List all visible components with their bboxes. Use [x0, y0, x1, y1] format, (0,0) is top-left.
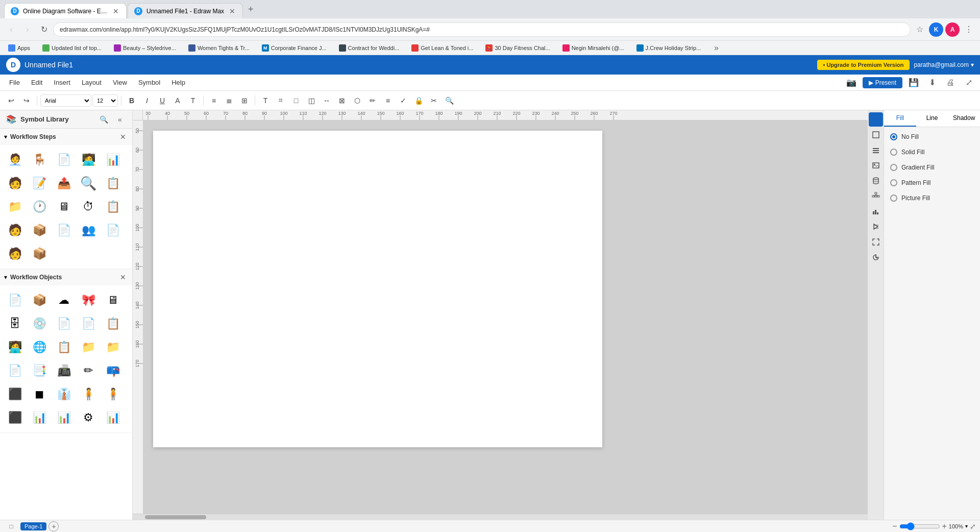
obj-notebook2[interactable]: 📋 [102, 313, 124, 334]
share-icon[interactable]: ⤢ [962, 76, 976, 90]
menu-help[interactable]: Help [166, 77, 190, 88]
lock-tool[interactable]: 🔒 [411, 93, 426, 108]
symbol-worker4[interactable]: 🧑 [4, 220, 26, 241]
download-icon[interactable]: ⬇ [925, 76, 939, 90]
bookmark-negin[interactable]: Negin Mirsalehi (@... [558, 43, 628, 53]
org-panel-icon[interactable] [869, 189, 883, 203]
gradient-fill-option[interactable]: Gradient Fill [884, 160, 980, 175]
obj-disc2[interactable]: 💿 [29, 313, 50, 334]
obj-doc4[interactable]: 📄 [4, 360, 26, 381]
obj-person5b[interactable]: 🧍 [102, 383, 124, 405]
menu-layout[interactable]: Layout [77, 77, 107, 88]
print-icon[interactable]: 🖨 [943, 76, 958, 90]
present-button[interactable]: ▶ Present [863, 77, 902, 88]
obj-pen4[interactable]: ✏ [78, 360, 99, 381]
workflow-objects-header[interactable]: ▾ Workflow Objects ✕ [0, 269, 132, 285]
text-tool[interactable]: T [258, 93, 273, 108]
symbol-person2[interactable]: 🧑 [4, 173, 26, 194]
picture-fill-option[interactable]: Picture Fill [884, 190, 980, 206]
fill-tab[interactable]: Fill [884, 110, 916, 127]
layers-panel-icon[interactable] [869, 143, 883, 157]
obj-tablet5[interactable]: ⬛ [4, 383, 26, 405]
symbol-search2[interactable]: 🔍 [78, 173, 99, 194]
bookmark-3[interactable]: Beauty – Styledrive... [110, 43, 180, 53]
text-style-button[interactable]: T [186, 93, 200, 108]
bold-button[interactable]: B [125, 93, 139, 108]
bookmark-jcrew[interactable]: J.Crew Holiday Strip... [632, 43, 705, 53]
obj-ribbon1[interactable]: 🎀 [78, 289, 99, 311]
symbol-people4[interactable]: 👥 [78, 220, 99, 241]
pattern-fill-option[interactable]: Pattern Fill [884, 175, 980, 190]
tab2-close[interactable]: ✕ [228, 6, 236, 16]
symbol-monitor3[interactable]: 🖥 [53, 196, 75, 217]
fill-panel-icon[interactable] [869, 112, 883, 127]
line-style[interactable]: ≡ [381, 93, 395, 108]
symbol-send2[interactable]: 📤 [53, 173, 75, 194]
close-workflow-steps[interactable]: ✕ [118, 132, 128, 142]
obj-black6[interactable]: ⬛ [4, 407, 26, 428]
menu-file[interactable]: File [4, 77, 25, 88]
align-button3[interactable]: ⊞ [237, 93, 252, 108]
symbol-computer1[interactable]: 🧑‍💻 [78, 149, 99, 171]
obj-person5a[interactable]: 🧍 [78, 383, 99, 405]
forward-button[interactable]: › [20, 22, 35, 37]
symbol-worker1[interactable]: 🧑‍💼 [4, 149, 26, 171]
symbol-meeting1[interactable]: 📊 [102, 149, 124, 171]
obj-ie3[interactable]: 🌐 [29, 336, 50, 358]
close-workflow-objects[interactable]: ✕ [118, 272, 128, 282]
obj-worker3[interactable]: 🧑‍💻 [4, 336, 26, 358]
user-avatar-a[interactable]: A [945, 22, 960, 37]
symbol-desk1[interactable]: 🪑 [29, 149, 50, 171]
obj-clip3[interactable]: 📋 [53, 336, 75, 358]
obj-doc1[interactable]: 📄 [4, 289, 26, 311]
browser-tab-2[interactable]: D Unnamed File1 - Edraw Max ✕ [128, 3, 243, 18]
italic-button[interactable]: I [140, 93, 154, 108]
fullscreen-button[interactable]: ⤢ [970, 522, 976, 530]
workflow-steps-header[interactable]: ▾ Workflow Steps ✕ [0, 129, 132, 145]
save-icon[interactable]: 💾 [906, 76, 921, 90]
bookmark-2[interactable]: Updated list of top... [38, 43, 106, 53]
obj-mail4[interactable]: 📪 [102, 360, 124, 381]
obj-monitor1[interactable]: 🖥 [102, 289, 124, 311]
user-email[interactable]: paratha@gmail.com ▾ [914, 61, 974, 68]
collapse-panel-button[interactable]: « [114, 113, 126, 126]
symbol-doc1[interactable]: 📄 [53, 149, 75, 171]
container-tool[interactable]: ◫ [304, 93, 318, 108]
symbol-sheet4[interactable]: 📄 [102, 220, 124, 241]
align-left-button[interactable]: ≡ [207, 93, 221, 108]
symbol-box4[interactable]: 📦 [29, 220, 50, 241]
bookmark-apps[interactable]: Apps [4, 43, 34, 53]
line-tool[interactable]: ✏ [365, 93, 380, 108]
font-color-button[interactable]: A [170, 93, 185, 108]
symbol-write2[interactable]: 📝 [29, 173, 50, 194]
tab1-close[interactable]: ✕ [112, 6, 120, 16]
group-tool[interactable]: ⊠ [335, 93, 349, 108]
obj-pages2[interactable]: 📄 [78, 313, 99, 334]
checkmark-tool[interactable]: ✓ [396, 93, 410, 108]
obj-cloud1[interactable]: ☁ [53, 289, 75, 311]
shape-panel-icon[interactable] [869, 128, 883, 142]
symbol-folder3[interactable]: 📁 [4, 196, 26, 217]
bookmark-star-icon[interactable]: ☆ [913, 22, 927, 37]
solid-fill-option[interactable]: Solid Fill [884, 144, 980, 160]
add-page-button[interactable]: + [48, 521, 59, 531]
bookmark-fitness[interactable]: 🏃 30 Day Fitness Chal... [481, 43, 554, 53]
rectangle-tool[interactable]: □ [289, 93, 303, 108]
obj-invoice4[interactable]: 📑 [29, 360, 50, 381]
obj-list2[interactable]: 📄 [53, 313, 75, 334]
reload-button[interactable]: ↻ [37, 22, 51, 37]
obj-box1[interactable]: 📦 [29, 289, 50, 311]
symbol-timer3[interactable]: ⏱ [78, 196, 99, 217]
obj-gear6[interactable]: ⚙ [78, 407, 99, 428]
symbol-paper3[interactable]: 📋 [102, 196, 124, 217]
obj-folder3[interactable]: 📁 [78, 336, 99, 358]
undo-button[interactable]: ↩ [4, 93, 18, 108]
bookmark-women-tights[interactable]: Women Tights & Tr... [184, 43, 254, 53]
no-fill-option[interactable]: No Fill [884, 129, 980, 144]
bookmark-corporate[interactable]: M Corporate Finance J... [258, 43, 331, 53]
redo-button[interactable]: ↪ [19, 93, 34, 108]
obj-chart6[interactable]: 📊 [29, 407, 50, 428]
page-tab-1[interactable]: Page-1 [20, 522, 46, 530]
symbol-sit5[interactable]: 🧑 [4, 243, 26, 264]
font-family-select[interactable]: Arial [40, 94, 91, 107]
